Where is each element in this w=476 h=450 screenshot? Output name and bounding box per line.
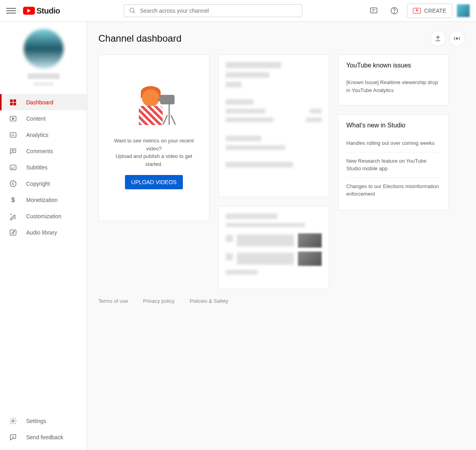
svg-point-18 (456, 38, 458, 39)
sidebar-item-label: Subtitles (26, 164, 48, 171)
whats-new-item[interactable]: New Research feature on YouTube Studio m… (346, 152, 441, 178)
monetization-icon (9, 196, 17, 204)
footer-privacy[interactable]: Privacy policy (143, 298, 174, 304)
svg-point-14 (15, 218, 15, 219)
svg-rect-7 (10, 102, 13, 105)
sidebar-item-copyright[interactable]: Copyright (0, 175, 87, 192)
app-header: Studio CREATE (0, 0, 476, 22)
search-input[interactable] (140, 8, 297, 14)
svg-rect-8 (13, 102, 16, 105)
upload-text-line1: Want to see metrics on your recent video… (108, 137, 200, 152)
sidebar-item-label: Copyright (26, 181, 50, 187)
upload-button[interactable] (430, 31, 446, 46)
main-content: Channel dashboard (87, 22, 476, 450)
whats-new-title: What's new in Studio (346, 122, 441, 129)
feedback-icon (9, 433, 17, 442)
customization-icon (9, 212, 17, 221)
sidebar-item-settings[interactable]: Settings (0, 413, 87, 429)
sidebar-item-comments[interactable]: Comments (0, 143, 87, 159)
channel-header (0, 22, 87, 94)
audio-library-icon (9, 228, 17, 237)
youtube-studio-logo[interactable]: Studio (23, 6, 60, 15)
dashboard-cards: Want to see metrics on your recent video… (98, 54, 465, 289)
live-icon (453, 34, 461, 43)
page-title: Channel dashboard (98, 33, 427, 44)
svg-point-17 (13, 437, 13, 438)
sidebar-item-label: Comments (26, 148, 53, 154)
recent-videos-card (218, 206, 329, 289)
create-button[interactable]: CREATE (407, 4, 452, 18)
copyright-icon (9, 179, 17, 188)
sidebar-item-label: Monetization (26, 197, 58, 203)
create-video-icon (413, 8, 421, 13)
sidebar-nav: Dashboard Content Analytics Comments Sub… (0, 94, 87, 413)
chat-icon[interactable] (366, 3, 382, 19)
upload-videos-button[interactable]: UPLOAD VIDEOS (125, 175, 183, 189)
sidebar-item-analytics[interactable]: Analytics (0, 127, 87, 143)
sidebar-item-label: Audio library (26, 229, 57, 236)
sidebar-item-monetization[interactable]: Monetization (0, 192, 87, 208)
go-live-button[interactable] (449, 31, 465, 46)
sidebar-item-customization[interactable]: Customization (0, 208, 87, 224)
sidebar-item-audio-library[interactable]: Audio library (0, 224, 87, 240)
svg-point-0 (130, 8, 134, 12)
upload-icon (434, 35, 442, 42)
sidebar: Dashboard Content Analytics Comments Sub… (0, 22, 87, 450)
content-icon (9, 114, 17, 123)
search-icon (129, 7, 136, 14)
page-header: Channel dashboard (98, 31, 465, 46)
upload-card-text: Want to see metrics on your recent video… (108, 137, 200, 168)
known-issues-title: YouTube known issues (346, 62, 441, 69)
svg-point-12 (10, 181, 16, 187)
gear-icon (9, 417, 17, 425)
svg-rect-11 (10, 165, 16, 170)
footer-links: Terms of use Privacy policy Policies & S… (98, 289, 465, 313)
account-avatar[interactable] (457, 4, 470, 17)
analytics-summary-card (218, 54, 329, 197)
analytics-icon (9, 131, 17, 139)
footer-terms[interactable]: Terms of use (98, 298, 128, 304)
channel-avatar[interactable] (24, 29, 63, 69)
svg-line-1 (133, 12, 135, 13)
channel-name-placeholder (28, 73, 60, 79)
hamburger-menu-icon[interactable] (6, 6, 16, 15)
known-issues-card: YouTube known issues [Known Issue] Realt… (338, 54, 449, 106)
sidebar-item-label: Customization (26, 213, 61, 219)
svg-point-13 (11, 214, 12, 215)
known-issue-item[interactable]: [Known Issue] Realtime viewership drop i… (346, 75, 441, 98)
sidebar-item-label: Send feedback (26, 434, 63, 440)
youtube-icon (23, 7, 35, 15)
svg-rect-5 (10, 99, 13, 102)
sidebar-item-label: Dashboard (26, 99, 54, 106)
logo-text: Studio (36, 6, 60, 15)
upload-illustration (130, 86, 178, 130)
sidebar-item-subtitles[interactable]: Subtitles (0, 159, 87, 175)
sidebar-bottom: Settings Send feedback (0, 413, 87, 450)
svg-rect-6 (13, 99, 16, 102)
search-box[interactable] (124, 4, 302, 17)
upload-videos-card: Want to see metrics on your recent video… (98, 54, 209, 221)
svg-point-4 (394, 12, 395, 13)
sidebar-item-dashboard[interactable]: Dashboard (0, 94, 87, 110)
help-icon[interactable] (386, 3, 402, 19)
search-wrap (60, 4, 366, 17)
footer-policies[interactable]: Policies & Safety (190, 298, 228, 304)
create-button-label: CREATE (424, 8, 446, 14)
channel-handle-placeholder (34, 82, 54, 86)
svg-point-16 (12, 420, 14, 422)
dashboard-icon (9, 98, 17, 107)
header-actions: CREATE (366, 3, 470, 19)
whats-new-item[interactable]: Handles rolling out over coming weeks (346, 135, 441, 152)
subtitles-icon (9, 163, 17, 172)
svg-rect-15 (10, 230, 16, 235)
sidebar-item-send-feedback[interactable]: Send feedback (0, 429, 87, 445)
comments-icon (9, 147, 17, 156)
svg-rect-2 (370, 8, 377, 13)
upload-text-line2: Upload and publish a video to get starte… (108, 152, 200, 168)
sidebar-item-label: Content (26, 115, 46, 122)
sidebar-item-content[interactable]: Content (0, 110, 87, 127)
sidebar-item-label: Settings (26, 418, 46, 424)
sidebar-item-label: Analytics (26, 132, 48, 138)
whats-new-card: What's new in Studio Handles rolling out… (338, 114, 449, 210)
whats-new-item[interactable]: Changes to our Elections misinformation … (346, 178, 441, 203)
